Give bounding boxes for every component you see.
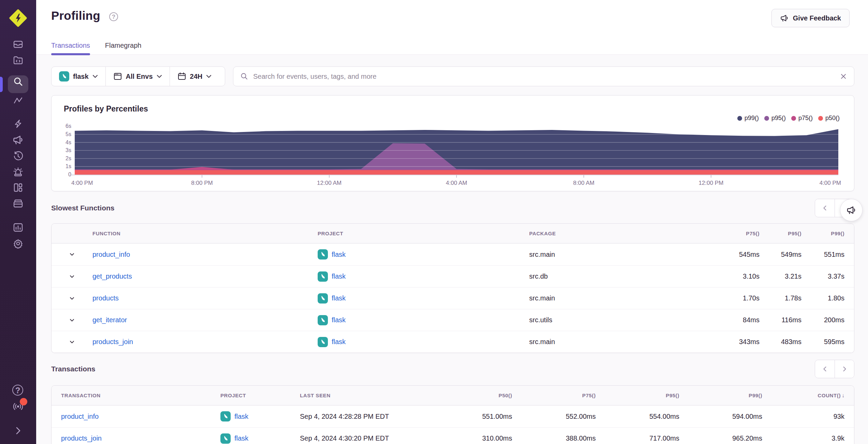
function-link[interactable]: get_products xyxy=(92,272,318,280)
whats-new-notification-dot xyxy=(20,398,27,405)
p95-cell: 554.00ms xyxy=(596,413,679,420)
svg-text:2s: 2s xyxy=(66,156,71,161)
sidebar-item-quickstart-lightning[interactable] xyxy=(12,118,24,130)
slowest-functions-table: Function Project Package P75() P95() P99… xyxy=(51,223,854,353)
sort-descending-icon: ↓ xyxy=(842,393,844,398)
sidebar-item-releases-clock[interactable] xyxy=(12,150,24,162)
transaction-link[interactable]: products_join xyxy=(52,434,220,442)
p95-cell: 717.00ms xyxy=(596,434,679,442)
svg-text:0: 0 xyxy=(68,172,71,177)
sidebar-item-explore-search[interactable] xyxy=(12,76,24,87)
sidebar-item-insights-archive[interactable] xyxy=(12,198,24,209)
column-package: Package xyxy=(529,231,715,236)
next-page-button[interactable] xyxy=(835,360,854,378)
column-count-sorted[interactable]: Count()↓ xyxy=(762,393,854,399)
package-cell: src.db xyxy=(529,272,715,280)
p99-cell: 551ms xyxy=(801,251,854,258)
slowest-function-row: get_iterator flask src.utils 84ms 116ms … xyxy=(52,309,854,331)
sidebar-item-projects[interactable] xyxy=(12,55,24,66)
flask-project-icon xyxy=(59,71,69,82)
project-link[interactable]: flask xyxy=(220,411,300,421)
svg-text:8:00 PM: 8:00 PM xyxy=(191,180,213,186)
flask-project-icon xyxy=(318,315,328,325)
project-link[interactable]: flask xyxy=(318,315,529,325)
function-link[interactable]: get_iterator xyxy=(92,316,318,324)
project-link[interactable]: flask xyxy=(318,271,529,282)
tab-transactions[interactable]: Transactions xyxy=(51,38,90,55)
sidebar-item-help[interactable]: ? xyxy=(12,385,24,396)
profiling-page: ? Profiling ? Give Feedback Transactions… xyxy=(0,0,868,444)
svg-text:5s: 5s xyxy=(66,131,71,137)
column-p75: P75() xyxy=(715,231,760,236)
project-filter-label: flask xyxy=(73,73,89,80)
help-question-icon[interactable]: ? xyxy=(109,12,118,21)
percentiles-area-chart[interactable]: 01s2s3s4s5s6s4:00 PM8:00 PM12:00 AM4:00 … xyxy=(52,117,855,190)
sidebar-item-feedback-megaphone[interactable] xyxy=(12,134,24,146)
svg-text:12:00 AM: 12:00 AM xyxy=(317,180,342,186)
project-link[interactable]: flask xyxy=(220,433,300,444)
expand-row-chevron[interactable] xyxy=(52,295,92,302)
p75-cell: 552.00ms xyxy=(512,413,596,420)
main-content: Profiling ? Give Feedback Transactions F… xyxy=(36,0,868,444)
expand-row-chevron[interactable] xyxy=(52,339,92,345)
chart-title: Profiles by Percentiles xyxy=(64,104,148,114)
svg-text:4:00 PM: 4:00 PM xyxy=(71,180,93,186)
environment-filter[interactable]: All Envs xyxy=(105,67,170,86)
sidebar-item-dashboards-layout[interactable] xyxy=(12,182,24,193)
function-link[interactable]: product_info xyxy=(92,251,318,258)
sidebar-item-stats-barchart[interactable] xyxy=(12,222,24,233)
expand-row-chevron[interactable] xyxy=(52,273,92,280)
slowest-functions-table-header: Function Project Package P75() P95() P99… xyxy=(52,224,854,243)
sidebar-item-settings-gear[interactable] xyxy=(12,238,24,249)
p50-cell: 551.00ms xyxy=(429,413,512,420)
column-project: Project xyxy=(220,393,300,398)
project-link[interactable]: flask xyxy=(318,249,529,260)
sidebar-item-traces-graph[interactable] xyxy=(12,95,24,106)
package-cell: src.utils xyxy=(529,316,715,324)
column-project: Project xyxy=(318,231,529,236)
project-link[interactable]: flask xyxy=(318,337,529,347)
p95-cell: 116ms xyxy=(760,316,801,324)
function-link[interactable]: products xyxy=(92,294,318,302)
p75-cell: 343ms xyxy=(715,338,760,346)
svg-text:4:00 AM: 4:00 AM xyxy=(446,180,467,186)
package-cell: src.main xyxy=(529,251,715,258)
package-cell: src.main xyxy=(529,338,715,346)
previous-page-button[interactable] xyxy=(815,199,835,217)
flask-project-icon xyxy=(318,271,328,282)
sentry-logo[interactable] xyxy=(9,9,27,27)
project-link[interactable]: flask xyxy=(318,293,529,304)
svg-text:8:00 AM: 8:00 AM xyxy=(573,180,594,186)
column-p99: P99() xyxy=(801,231,854,236)
p75-cell: 388.00ms xyxy=(512,434,596,442)
megaphone-icon xyxy=(846,205,856,215)
transactions-header: Transactions xyxy=(51,360,854,378)
tab-flamegraph[interactable]: Flamegraph xyxy=(105,38,142,55)
page-title: Profiling xyxy=(51,9,100,23)
window-icon xyxy=(113,72,122,81)
p50-cell: 310.00ms xyxy=(429,434,512,442)
sidebar-item-issues[interactable] xyxy=(12,39,24,50)
sidebar: ? xyxy=(0,0,36,444)
floating-feedback-button[interactable] xyxy=(840,199,863,221)
search-input[interactable] xyxy=(253,73,835,80)
expand-row-chevron[interactable] xyxy=(52,317,92,324)
svg-text:6s: 6s xyxy=(66,123,71,129)
page-filter-bar: flask All Envs 24H xyxy=(51,66,225,86)
svg-text:1s: 1s xyxy=(66,163,71,169)
p75-cell: 545ms xyxy=(715,251,760,258)
package-cell: src.main xyxy=(529,294,715,302)
sidebar-expand-chevron[interactable] xyxy=(12,425,24,436)
expand-row-chevron[interactable] xyxy=(52,251,92,258)
transaction-link[interactable]: product_info xyxy=(52,413,220,420)
count-cell: 3.9k xyxy=(762,434,854,442)
project-filter[interactable]: flask xyxy=(52,67,105,86)
sidebar-item-alerts-siren[interactable] xyxy=(12,166,24,178)
give-feedback-button[interactable]: Give Feedback xyxy=(771,9,850,27)
date-range-filter[interactable]: 24H xyxy=(170,67,219,86)
function-link[interactable]: products_join xyxy=(92,338,318,346)
flask-project-icon xyxy=(220,433,231,444)
previous-page-button[interactable] xyxy=(815,360,835,378)
clear-search-icon[interactable] xyxy=(840,73,847,80)
chevron-down-icon xyxy=(157,75,162,78)
